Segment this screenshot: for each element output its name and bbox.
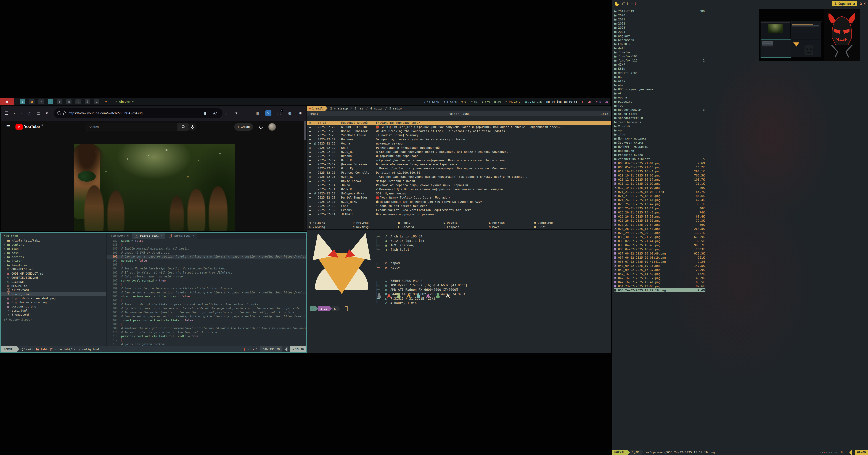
mail-row[interactable]: ●2025-02-19Ольгаприведем заказы: [307, 141, 611, 145]
mail-row[interactable]: 2025-02-14OZON_RU✓Внимание! Для Вас есть…: [307, 187, 611, 191]
video-player[interactable]: [74, 144, 235, 231]
tree-item-sass[interactable]: ›sass: [1, 251, 106, 255]
code-line[interactable]: 204# By default, next articles are on th…: [106, 306, 306, 310]
dir-row[interactable]: COVID19: [614, 42, 706, 46]
terminal-icon[interactable]: ❯: [20, 99, 25, 104]
notifications-bell-icon[interactable]: [259, 125, 263, 129]
file-row[interactable]: 055_24-02-2025_15:27:19.png2,4M: [614, 288, 706, 292]
tmux-tab-music[interactable]: 4 music: [370, 107, 383, 110]
url-text[interactable]: https://www.youtube.com/watch?v=5b8A-jgx…: [68, 111, 143, 115]
code-line[interactable]: 195# If set to false, it will load the l…: [106, 270, 306, 274]
dir-row[interactable]: dell: [614, 46, 706, 50]
tree-item-static[interactable]: ›static: [1, 259, 106, 263]
code-line[interactable]: 202▏: [106, 298, 306, 302]
kitty-cat-icon[interactable]: ω: [29, 99, 34, 104]
tab-screenshots[interactable]: 1 Скриншоты: [832, 1, 857, 6]
close-icon[interactable]: ×: [192, 234, 194, 237]
dir-row[interactable]: Дом клик продажа: [614, 136, 706, 140]
create-button[interactable]: + Create: [234, 123, 253, 131]
dir-row[interactable]: 2023: [614, 26, 706, 30]
code-line[interactable]: 209# Whether the navigation for previous…: [106, 326, 306, 330]
file-row[interactable]: 035_04-02-2025_16-40.png995,7K: [614, 243, 706, 247]
tab-2[interactable]: 2 X: [860, 2, 866, 5]
lock-icon[interactable]: [63, 111, 66, 115]
file-row[interactable]: 037_06-02-2025_20:08:19.png261K: [614, 256, 706, 260]
file-row[interactable]: 028_28-01-2025_18-48.png264,8K: [614, 227, 706, 231]
rss-icon[interactable]: ◨: [202, 110, 207, 116]
code-line[interactable]: 213# Quick navigation buttons.: [106, 342, 306, 346]
file-row[interactable]: 010_10-01-2025_16-41.png298,1K: [614, 169, 706, 173]
code-line[interactable]: 190# Loads ~2.5MB of JavaScript.: [106, 251, 306, 255]
download-icon[interactable]: ↓: [75, 99, 81, 104]
dir-row[interactable]: adguard: [614, 34, 706, 38]
mail-row[interactable]: ●2025-02-18ОксанаИнформация для директор…: [307, 154, 611, 158]
url-bar[interactable]: https://www.youtube.com/watch?v=5b8A-jgx…: [54, 108, 222, 118]
screenshot-icon[interactable]: ⬚x: [276, 110, 282, 116]
file-row[interactable]: 011_11-01-2025_16-37.png103,7K: [614, 177, 706, 182]
dir-row[interactable]: Редактор видео: [614, 153, 706, 157]
mic-button[interactable]: [188, 123, 196, 131]
close-icon[interactable]: ×: [127, 234, 129, 237]
code-line[interactable]: 210# To match the navigation bar at the …: [106, 330, 306, 334]
globe-icon[interactable]: ◍: [287, 110, 293, 116]
file-row[interactable]: 030_30-01-2025_21-20.png678,9K: [614, 235, 706, 239]
file-row[interactable]: 024_24-01-2025_17-41.png42,4K: [614, 198, 706, 202]
bookmarks-caret-icon[interactable]: ▾: [234, 110, 240, 116]
menu-forward[interactable]: FForward: [398, 225, 443, 229]
tree-item-templates[interactable]: ›templates: [1, 263, 106, 267]
file-row[interactable]: 037_06-02-2025_20:08:08.png915,3K: [614, 252, 706, 256]
tmux-tab-mail[interactable]: 1 mail: [307, 106, 325, 111]
menu-viewmsg[interactable]: >ViewMsg: [309, 225, 353, 229]
mail-row[interactable]: ●2025-02-20Daniel ShnaiderWe Are Breakin…: [307, 129, 611, 133]
code-line[interactable]: 200# Can be set at page or section level…: [106, 290, 306, 294]
project-name[interactable]: tabi: [36, 348, 48, 351]
dir-row[interactable]: статистика tinkoff5: [614, 157, 706, 161]
mail-row[interactable]: ●2025-02-12ExodusExodus Wallet: New Veri…: [307, 208, 611, 212]
file-row[interactable]: 038_07-02-2025_19:41:41.png2,2M: [614, 260, 706, 264]
pointer-icon[interactable]: ➣: [266, 110, 272, 116]
file-row[interactable]: 026_26-01-2025_15-53.png68,4K: [614, 215, 706, 219]
menu-compose[interactable]: CCompose: [443, 225, 489, 229]
mail-row[interactable]: ●2025-02-12Гала• Клиенты для вашего бизн…: [307, 204, 611, 208]
tree-root[interactable]: ~/zola_tabi/tabi: [1, 238, 106, 242]
menu-nextmsg[interactable]: NNextMsg: [353, 225, 398, 229]
file-row[interactable]: 026_26-01-2025_15-49.png74K: [614, 210, 706, 215]
reader-icon[interactable]: ▤: [36, 111, 40, 116]
youtube-menu-icon[interactable]: ☰: [6, 124, 10, 129]
code-line[interactable]: 192mermaid = false: [106, 259, 306, 262]
code-line[interactable]: 206# Can be set at page or section level…: [106, 314, 306, 318]
mail-row[interactable]: 2025-02-13OZON_NEWSПоздравляем! Вам начи…: [307, 200, 611, 204]
chat-icon[interactable]: ❝: [48, 99, 53, 104]
tree-item-theme-toml[interactable]: Ttheme.toml: [1, 313, 106, 317]
mail-row[interactable]: ●2025-02-20НеонилаЭкспресс-доставка груз…: [307, 137, 611, 141]
code-line[interactable]: 203# Invert order of the links to previo…: [106, 302, 306, 306]
file-path[interactable]: T zola_tabi/tabi/config.toml: [50, 348, 99, 351]
code-line[interactable]: 189# Enable Mermaid diagrams for all pos…: [106, 247, 306, 251]
tree-item-content[interactable]: ›content: [1, 242, 106, 247]
file-row[interactable]: 035_04-02-2025_16-45.png1003K: [614, 247, 706, 251]
dir-row[interactable]: 2020: [614, 13, 706, 18]
code-line[interactable]: 198▏: [106, 283, 306, 286]
menu-othercmds[interactable]: OOtherCmds: [534, 221, 609, 225]
tmux-tab-whatsapp[interactable]: 2 whatsapp: [330, 107, 348, 110]
youtube-logo[interactable]: YouTube RU: [16, 124, 43, 130]
mail-row[interactable]: 2025-02-14ЭльзаРеклама от первого лица, …: [307, 183, 611, 187]
file-row[interactable]: 005_05-01-2025_21-13.png14,2K: [614, 165, 706, 169]
folder-icon[interactable]: ▱: [38, 99, 44, 104]
tree-item-readme-md[interactable]: ▤README.md: [1, 284, 106, 288]
library-icon[interactable]: ▥: [255, 110, 261, 116]
file-row[interactable]: 040_09-02-2025_17-37.png20,9K: [614, 268, 706, 272]
code-line[interactable]: 194# Serve Mermaid JavaScript locally. V…: [106, 267, 306, 270]
code-line[interactable]: 205# To reverse the order (next articles…: [106, 310, 306, 314]
image-icon[interactable]: ▨: [66, 99, 71, 104]
file-row[interactable]: 047_16-02-2025_15-41.png65,5K: [614, 280, 706, 284]
diagnostics[interactable]: ●4: [253, 348, 257, 351]
dir-row[interactable]: Настройки: [614, 149, 706, 153]
search-button[interactable]: [178, 123, 190, 131]
tree-item-code-of-conduct-md[interactable]: ◉CODE_OF_CONDUCT.md: [1, 271, 106, 276]
file-row[interactable]: 047_16-02-2025_15-17.png45,9K: [614, 276, 706, 280]
tree-item-light-dark-screenshot-png[interactable]: ▨light_dark_screenshot.png: [1, 296, 106, 300]
tree-item-cliff-toml[interactable]: Tcliff.toml: [1, 288, 106, 292]
menu-delete[interactable]: DDelete: [443, 221, 489, 225]
tree-item-sumi-toml[interactable]: Tsumi.toml: [1, 308, 106, 313]
